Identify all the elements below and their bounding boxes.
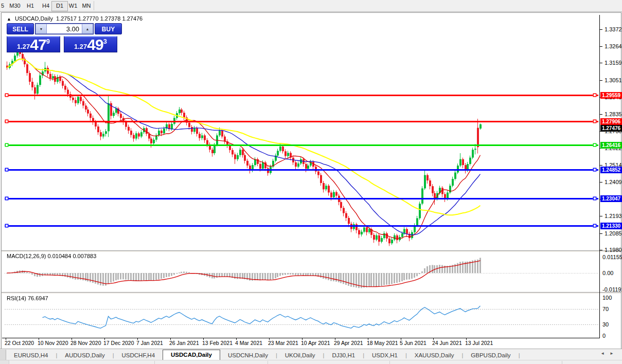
date-tick-label: 23 Mar 2021 <box>268 340 298 346</box>
price-axis-line <box>599 15 600 338</box>
status-strip-separator <box>562 361 562 364</box>
price-tick <box>600 46 602 47</box>
current-price-label: 1.27476 <box>600 125 622 132</box>
date-tick-label: 29 Apr 2021 <box>334 340 363 346</box>
one-click-trading-panel: SELL ▼ ▲ BUY 1.27479 1.27493 <box>7 23 122 52</box>
date-tick-label: 10 Nov 2020 <box>38 340 68 346</box>
volume-input[interactable] <box>47 24 82 34</box>
pane-splitter-rsi[interactable] <box>2 292 621 294</box>
level-price-label: 1.21330 <box>600 223 622 229</box>
price-tick-label: 1.21930 <box>605 213 622 219</box>
buy-price-pip: 3 <box>103 38 107 45</box>
price-tick <box>600 233 602 234</box>
tab-scroll-left-icon[interactable]: ◄ <box>600 351 610 356</box>
status-strip-separator <box>268 361 268 364</box>
sell-price-pip: 9 <box>46 38 50 45</box>
tab-scroll-arrows: ◄► <box>600 351 619 356</box>
price-tick <box>600 250 602 250</box>
macd-axis-label: 0.011551 <box>602 254 622 260</box>
price-tick <box>600 182 602 183</box>
buy-price-main: 49 <box>87 38 103 51</box>
timeframe-toolbar: 5 M30 H1 H4 D1 W1 MN <box>0 0 622 12</box>
buy-price-box[interactable]: 1.27493 <box>64 36 117 52</box>
date-tick-label: 13 Feb 2021 <box>202 340 233 346</box>
date-tick-label: 5 Jun 2021 <box>400 340 426 346</box>
rsi-axis-label: 30 <box>602 322 609 327</box>
price-tick <box>600 216 602 216</box>
chart-tab-eurusd-h4[interactable]: EURUSD,H4 <box>6 351 56 360</box>
date-tick-label: 17 Dec 2020 <box>103 340 134 346</box>
price-tick <box>600 114 602 115</box>
chart-symbol-period: USDCAD,Daily <box>15 15 53 22</box>
tab-scroll-right-icon[interactable]: ► <box>610 351 619 356</box>
level-price-label: 1.29559 <box>600 92 622 99</box>
macd-indicator-label: MACD(12,26,9) 0.010484 0.007883 <box>7 253 96 259</box>
chart-title: ▲USDCAD,Daily 1.27517 1.27770 1.27378 1.… <box>7 15 143 22</box>
date-tick-label: 13 Jul 2021 <box>465 340 493 346</box>
date-tick-label: 18 May 2021 <box>367 340 398 346</box>
price-tick <box>600 63 602 63</box>
date-tick-label: 28 Nov 2020 <box>70 340 101 346</box>
rsi-indicator-label: RSI(14) 76.6947 <box>7 295 48 301</box>
chart-tab-xauusd-daily[interactable]: XAUUSD,Daily <box>407 351 462 360</box>
price-tick-label: 1.28350 <box>605 112 622 117</box>
level-price-label: 1.27906 <box>600 118 622 125</box>
sell-price-main: 47 <box>30 38 46 51</box>
date-tick-label: 7 Jan 2021 <box>136 340 163 346</box>
mt4-terminal: 5 M30 H1 H4 D1 W1 MN ▲USDCAD,Daily 1.275… <box>0 0 622 364</box>
price-tick-label: 1.31590 <box>605 60 622 66</box>
volume-increase-button[interactable]: ▲ <box>82 24 93 34</box>
price-tick-label: 1.19800 <box>605 247 622 253</box>
collapse-panel-icon[interactable]: ▲ <box>7 16 11 22</box>
date-tick-label: 26 Jan 2021 <box>169 340 199 346</box>
spin-down-icon: ▼ <box>40 27 43 31</box>
status-strip-box <box>0 360 9 364</box>
rsi-axis-label: 70 <box>602 306 609 312</box>
spin-up-icon: ▲ <box>86 27 90 31</box>
rsi-axis-label: 0 <box>602 333 606 339</box>
chart-tab-usdcad-daily[interactable]: USDCAD,Daily <box>163 350 220 360</box>
tf-button-mn[interactable]: MN <box>78 1 95 10</box>
pane-splitter-macd[interactable] <box>2 250 621 252</box>
volume-decrease-button[interactable]: ▼ <box>35 24 47 34</box>
price-tick-label: 1.32640 <box>605 44 622 49</box>
price-tick <box>600 80 602 81</box>
chart-window: ▲USDCAD,Daily 1.27517 1.27770 1.27378 1.… <box>1 12 621 349</box>
chart-tab-dj30-h1[interactable]: DJ30,H1 <box>324 351 363 360</box>
sell-button[interactable]: SELL <box>7 23 34 34</box>
price-tick-label: 1.24090 <box>605 179 622 185</box>
price-tick <box>600 165 602 166</box>
chart-tab-audusd-daily[interactable]: AUDUSD,Daily <box>57 351 112 360</box>
chart-tab-usdcnh-daily[interactable]: USDCNH,Daily <box>220 351 276 360</box>
date-tick-label: 4 Mar 2021 <box>235 340 262 346</box>
tf-button-m30[interactable]: M30 <box>6 1 24 10</box>
price-tick-label: 1.33720 <box>605 27 622 32</box>
rsi-pane-canvas[interactable] <box>5 294 598 338</box>
status-strip <box>0 360 622 364</box>
status-strip-separator <box>389 361 390 364</box>
chart-tab-usdchf-h4[interactable]: USDCHF,H4 <box>114 351 163 360</box>
tabbar-corner-button[interactable] <box>0 350 6 360</box>
price-tick <box>600 29 602 30</box>
tab-separator: | <box>519 351 520 360</box>
toolbar-separator <box>94 1 94 10</box>
date-tick-label: 10 Apr 2021 <box>301 340 330 346</box>
macd-axis-label: 0.00 <box>602 270 613 276</box>
buy-button[interactable]: BUY <box>95 23 122 34</box>
chart-tab-gbpusd-daily[interactable]: GBPUSD,Daily <box>463 351 518 360</box>
chart-tab-usdx-h1[interactable]: USDX,H1 <box>364 351 405 360</box>
status-strip-separator <box>154 361 155 364</box>
date-tick-label: 22 Oct 2020 <box>5 340 34 346</box>
tf-button-h1[interactable]: H1 <box>23 1 38 10</box>
buy-price-prefix: 1.27 <box>74 43 87 50</box>
price-tick-label: 1.30510 <box>605 78 622 83</box>
level-price-label: 1.24852 <box>600 167 622 173</box>
date-axis-line <box>2 338 600 338</box>
sell-price-box[interactable]: 1.27479 <box>7 36 60 52</box>
volume-stepper: ▼ ▲ <box>35 23 94 34</box>
level-price-label: 1.26416 <box>600 142 622 149</box>
level-price-label: 1.23047 <box>600 195 622 202</box>
sell-price-prefix: 1.27 <box>17 43 30 50</box>
price-tick-label: 1.20850 <box>605 231 622 236</box>
chart-tab-ukoil-daily[interactable]: UKOil,Daily <box>277 351 323 360</box>
